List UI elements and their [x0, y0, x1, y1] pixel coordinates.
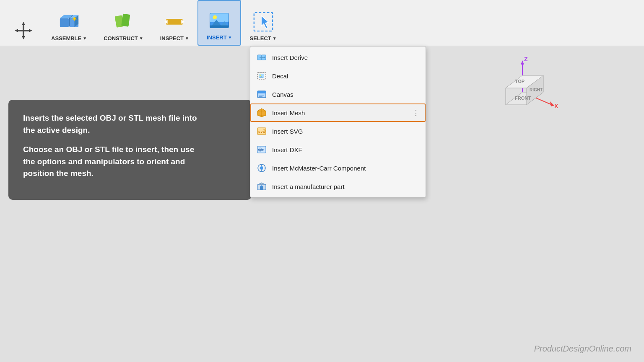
select-icon	[252, 11, 274, 33]
tooltip-text: Inserts the selected OBJ or STL mesh fil…	[23, 112, 237, 136]
canvas-icon	[256, 89, 267, 100]
more-options-icon[interactable]: ⋮	[412, 108, 420, 117]
inspect-label: INSPECT ▼	[160, 35, 189, 41]
assemble-arrow: ▼	[83, 36, 87, 41]
construct-tool[interactable]: CONSTRUCT ▼	[95, 0, 152, 46]
menu-item-insert-dxf[interactable]: DXF Insert DXF	[250, 140, 426, 159]
svg-rect-21	[210, 13, 229, 22]
decal-icon	[256, 70, 267, 81]
insert-derive-icon	[256, 52, 267, 63]
menu-item-insert-derive[interactable]: Insert Derive	[250, 48, 426, 67]
menu-item-canvas[interactable]: Canvas	[250, 85, 426, 103]
svg-text:FRONT: FRONT	[515, 96, 531, 101]
insert-mesh-icon	[256, 107, 267, 118]
select-tool[interactable]: SELECT ▼	[241, 0, 285, 46]
svg-marker-66	[521, 60, 524, 65]
assemble-icon	[58, 11, 80, 33]
insert-dxf-label: Insert DXF	[272, 146, 302, 153]
insert-manufacturer-label: Insert a manufacturer part	[272, 183, 345, 190]
svg-marker-69	[550, 101, 554, 106]
svg-marker-3	[29, 29, 32, 32]
insert-dxf-icon: DXF	[256, 144, 267, 155]
watermark: ProductDesignOnline.com	[534, 344, 631, 354]
insert-tool[interactable]: INSERT ▼	[197, 0, 242, 46]
svg-rect-38	[257, 91, 266, 93]
svg-marker-1	[22, 36, 25, 39]
svg-point-22	[213, 16, 217, 20]
construct-arrow: ▼	[139, 36, 143, 41]
insert-svg-label: Insert SVG	[272, 128, 303, 135]
inspect-tool[interactable]: INSPECT ▼	[152, 0, 197, 46]
svg-text:X: X	[554, 103, 558, 109]
select-label: SELECT ▼	[249, 35, 276, 41]
insert-manufacturer-icon	[256, 181, 267, 192]
svg-marker-2	[15, 29, 18, 32]
svg-text:Z: Z	[524, 56, 528, 62]
menu-item-insert-manufacturer[interactable]: Insert a manufacturer part	[250, 177, 426, 196]
decal-label: Decal	[272, 72, 288, 80]
svg-rect-13	[122, 14, 130, 27]
insert-arrow: ▼	[228, 35, 232, 40]
svg-rect-25	[210, 26, 229, 28]
move-tool[interactable]	[4, 0, 43, 46]
svg-rect-63	[260, 186, 263, 190]
assemble-label: ASSEMBLE ▼	[51, 35, 87, 41]
canvas-label: Canvas	[272, 91, 293, 98]
svg-rect-14	[166, 19, 183, 24]
tooltip-box: Inserts the selected OBJ or STL mesh fil…	[8, 100, 252, 200]
insert-dropdown: Insert Derive Decal Canvas	[250, 46, 426, 198]
menu-item-insert-svg[interactable]: SVG Insert SVG	[250, 122, 426, 140]
svg-marker-62	[257, 183, 266, 185]
select-arrow: ▼	[273, 36, 277, 41]
menu-item-insert-mcmaster[interactable]: Insert McMaster-Carr Component	[250, 159, 426, 177]
svg-marker-0	[22, 22, 25, 25]
inspect-icon	[164, 11, 185, 33]
insert-mcmaster-icon	[256, 163, 267, 173]
insert-icon	[208, 10, 230, 32]
construct-icon	[112, 11, 134, 33]
nav-cube[interactable]: Z X TOP FRONT RIGHT	[489, 54, 573, 138]
svg-text:TOP: TOP	[515, 79, 525, 84]
svg-text:DXF: DXF	[258, 149, 264, 152]
toolbar: ASSEMBLE ▼ CONSTRUCT ▼	[0, 0, 644, 46]
svg-point-56	[260, 166, 263, 170]
assemble-tool[interactable]: ASSEMBLE ▼	[43, 0, 95, 46]
inspect-arrow: ▼	[185, 36, 189, 41]
insert-mcmaster-label: Insert McMaster-Carr Component	[272, 165, 366, 172]
svg-rect-6	[60, 18, 68, 27]
insert-mesh-label: Insert Mesh	[272, 109, 305, 116]
insert-label: INSERT ▼	[207, 34, 232, 41]
svg-text:RIGHT: RIGHT	[530, 88, 543, 92]
menu-item-insert-mesh[interactable]: Insert Mesh ⋮	[250, 103, 426, 122]
menu-item-decal[interactable]: Decal	[250, 67, 426, 85]
construct-label: CONSTRUCT ▼	[104, 35, 143, 41]
tooltip-detail: Choose an OBJ or STL file to insert, the…	[23, 144, 237, 180]
insert-derive-label: Insert Derive	[272, 54, 308, 61]
move-icon	[13, 20, 34, 41]
svg-rect-5	[18, 30, 29, 31]
svg-point-35	[260, 75, 261, 76]
insert-svg-icon: SVG	[256, 126, 267, 137]
